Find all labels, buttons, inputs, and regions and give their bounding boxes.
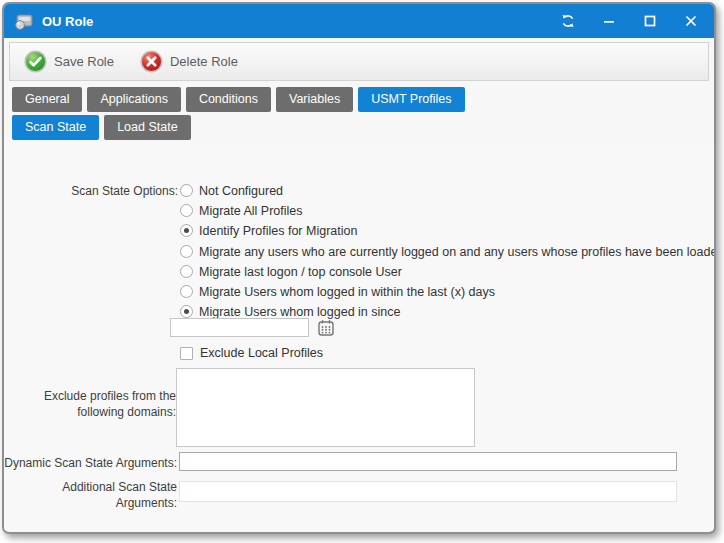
maximize-icon <box>644 15 656 27</box>
radio-label: Migrate All Profiles <box>199 204 303 218</box>
save-check-icon <box>24 50 47 73</box>
radio-migrate-all-profiles[interactable]: Migrate All Profiles <box>180 201 357 220</box>
dynamic-scan-state-arguments-input[interactable] <box>179 452 677 471</box>
dynamic-scan-state-arguments-label: Dynamic Scan State Arguments: <box>4 456 177 470</box>
logged-in-since-date-input[interactable] <box>170 318 309 337</box>
save-role-label: Save Role <box>54 54 114 69</box>
tab-scan-state[interactable]: Scan State <box>12 115 99 140</box>
minimize-button[interactable] <box>602 14 616 28</box>
tab-variables[interactable]: Variables <box>276 87 353 112</box>
radio-circle[interactable] <box>180 184 193 197</box>
radio-circle[interactable] <box>180 305 193 318</box>
close-icon <box>685 15 697 27</box>
exclude-local-profiles-label: Exclude Local Profiles <box>200 346 323 360</box>
toolbar: Save Role Delete Role <box>9 42 709 81</box>
scan-state-options-label: Scan State Options: <box>4 184 178 198</box>
minimize-icon <box>603 15 615 27</box>
ou-role-window: OU Role <box>2 2 716 534</box>
calendar-icon[interactable] <box>317 319 335 337</box>
exclude-local-profiles-checkbox[interactable] <box>180 347 193 360</box>
additional-scan-state-arguments-label: Additional Scan State Arguments: <box>4 479 177 511</box>
tab-usmt-profiles[interactable]: USMT Profiles <box>358 87 464 112</box>
main-tabs: General Applications Conditions Variable… <box>4 87 714 112</box>
radio-circle[interactable] <box>180 285 193 298</box>
ou-role-window-icon <box>14 13 34 30</box>
title-bar: OU Role <box>4 4 714 38</box>
window-title: OU Role <box>42 14 561 29</box>
tab-conditions[interactable]: Conditions <box>186 87 271 112</box>
refresh-button[interactable] <box>561 14 575 28</box>
delete-role-button[interactable]: Delete Role <box>140 50 238 73</box>
exclude-domains-label: Exclude profiles from the following doma… <box>4 388 176 420</box>
radio-circle[interactable] <box>180 224 193 237</box>
tab-applications[interactable]: Applications <box>87 87 180 112</box>
radio-not-configured[interactable]: Not Configured <box>180 181 357 200</box>
radio-migrate-last-logon[interactable]: Migrate last logon / top console User <box>180 262 716 281</box>
tab-load-state[interactable]: Load State <box>104 115 190 140</box>
window-controls <box>561 14 698 28</box>
radio-label: Not Configured <box>199 184 283 198</box>
radio-label: Migrate Users whom logged in since <box>199 305 400 319</box>
close-button[interactable] <box>684 14 698 28</box>
radio-label: Migrate Users whom logged in within the … <box>199 285 495 299</box>
radio-circle[interactable] <box>180 204 193 217</box>
save-role-button[interactable]: Save Role <box>24 50 114 73</box>
exclude-local-profiles-row[interactable]: Exclude Local Profiles <box>180 346 323 360</box>
radio-label: Migrate last logon / top console User <box>199 265 402 279</box>
scan-state-panel: Scan State Options: Not Configured Migra… <box>4 142 714 531</box>
additional-scan-state-arguments-input[interactable] <box>179 481 677 502</box>
radio-label: Migrate any users who are currently logg… <box>199 245 716 259</box>
tab-general[interactable]: General <box>12 87 82 112</box>
radio-circle[interactable] <box>180 265 193 278</box>
delete-role-label: Delete Role <box>170 54 238 69</box>
sub-tabs: Scan State Load State <box>4 115 714 140</box>
radio-identify-profiles[interactable]: Identify Profiles for Migration <box>180 221 357 240</box>
radio-label: Identify Profiles for Migration <box>199 224 357 238</box>
exclude-domains-textarea[interactable] <box>176 368 475 447</box>
logged-in-since-date-row <box>170 318 335 337</box>
scan-state-radio-group-2: Migrate any users who are currently logg… <box>180 242 716 322</box>
radio-migrate-last-x-days[interactable]: Migrate Users whom logged in within the … <box>180 282 716 301</box>
maximize-button[interactable] <box>643 14 657 28</box>
scan-state-radio-group-1: Not Configured Migrate All Profiles Iden… <box>180 181 357 241</box>
radio-circle[interactable] <box>180 245 193 258</box>
refresh-icon <box>561 14 575 28</box>
delete-x-icon <box>140 50 163 73</box>
radio-migrate-current-users[interactable]: Migrate any users who are currently logg… <box>180 242 716 261</box>
